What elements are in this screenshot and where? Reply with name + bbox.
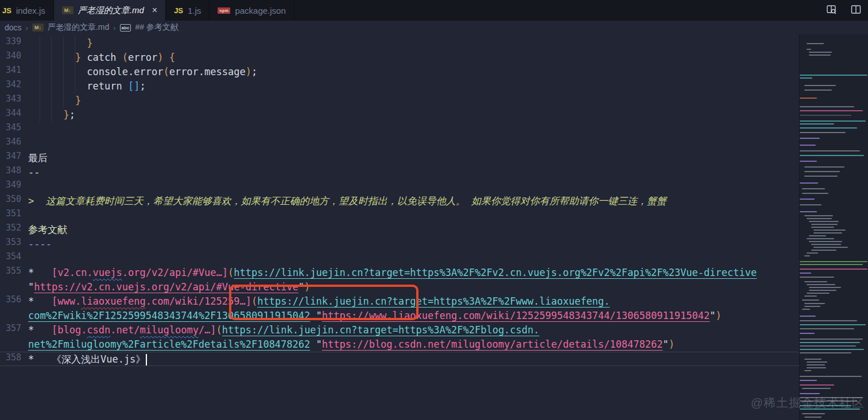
code-link[interactable]: com%2Fwiki%2F1252599548343744%2F13065809…: [28, 310, 310, 321]
minimap-line: [800, 384, 834, 386]
code-token: ----: [28, 238, 52, 250]
code-link[interactable]: https://link.juejin.cn?target=https%3A%2…: [257, 295, 610, 307]
minimap-line: [807, 49, 811, 50]
breadcrumb-item-docs[interactable]: docs: [5, 23, 22, 32]
code-line[interactable]: 347最后: [0, 151, 799, 165]
code-line[interactable]: com%2Fwiki%2F1252599548343744%2F13065809…: [0, 309, 799, 323]
code-line[interactable]: 358* 《深入浅出Vue.js》: [0, 352, 799, 366]
code-line[interactable]: 352参考文献: [0, 223, 799, 237]
code-rows: 339 }340 } catch (error) {341 console.er…: [0, 36, 799, 366]
minimap-line: [802, 300, 819, 301]
tab-bar: JS index.js M↓ 严老湿的文章.md × JS 1.js npm p…: [0, 0, 868, 21]
minimap-line: [800, 98, 817, 99]
code-link[interactable]: https://www.liaoxuefeng.com/wiki/1252599…: [322, 310, 710, 321]
code-line[interactable]: 355* [v2.cn.vuejs.org/v2/api/#Vue…](http…: [0, 266, 799, 280]
code-token: [www.: [52, 295, 81, 307]
tab-article-md[interactable]: M↓ 严老湿的文章.md ×: [54, 0, 166, 21]
tab-index-js[interactable]: JS index.js: [0, 0, 54, 21]
chevron-right-icon: ›: [113, 24, 115, 32]
code-line[interactable]: 340 } catch (error) {: [0, 50, 799, 65]
code-token: }: [87, 37, 92, 49]
code-line[interactable]: 354: [0, 251, 799, 266]
split-editor-icon[interactable]: [848, 2, 863, 17]
line-number: 339: [0, 36, 28, 50]
breadcrumb-item-heading[interactable]: ## 参考文献: [135, 22, 178, 33]
code-line[interactable]: 351: [0, 208, 799, 223]
code-token: error: [128, 52, 157, 63]
code-line[interactable]: "https://v2.cn.vuejs.org/v2/api/#Vue-dir…: [0, 280, 799, 294]
code-token: [28, 109, 63, 120]
code-line[interactable]: 348--: [0, 165, 799, 180]
line-number: [0, 337, 28, 352]
javascript-icon: JS: [174, 6, 183, 15]
line-number: 352: [0, 223, 28, 237]
minimap-line: [804, 306, 820, 307]
code-line[interactable]: 357* [blog.csdn.net/milugloomy/…](https:…: [0, 323, 799, 337]
minimap-line: [800, 199, 815, 200]
minimap-line: [809, 287, 841, 288]
code-text: }: [28, 36, 93, 50]
code-token: /…]: [199, 324, 216, 336]
code-line[interactable]: net%2Fmilugloomy%2Farticle%2Fdetails%2F1…: [0, 337, 799, 352]
line-number: 344: [0, 108, 28, 122]
code-line[interactable]: 356* [www.liaoxuefeng.com/wiki/125259…](…: [0, 294, 799, 309]
minimap-line: [800, 115, 851, 116]
markdown-icon: M↓: [62, 6, 73, 14]
text-cursor: [146, 354, 147, 365]
code-line[interactable]: 341 console.error(error.message);: [0, 65, 799, 79]
code-token: ): [304, 281, 310, 293]
line-number: 347: [0, 151, 28, 165]
line-number: 357: [0, 323, 28, 337]
code-line[interactable]: 345: [0, 122, 799, 137]
tab-label: index.js: [16, 6, 45, 15]
minimap-line: [800, 211, 817, 212]
code-token: .org/v2/api/#Vue…]: [122, 267, 228, 278]
minimap-line: [800, 277, 834, 278]
code-token: ;: [251, 66, 257, 77]
code-line[interactable]: 353----: [0, 237, 799, 251]
tab-package-json[interactable]: npm package.json: [210, 0, 294, 21]
tab-label: 严老湿的文章.md: [78, 5, 144, 16]
code-token: *: [28, 324, 52, 336]
watermark: @稀土掘金技术社区: [751, 395, 865, 411]
code-token: }: [63, 109, 69, 120]
code-text: * [v2.cn.vuejs.org/v2/api/#Vue…](https:/…: [28, 266, 757, 280]
minimap-line: [800, 269, 867, 270]
breadcrumb-item-file[interactable]: 严老湿的文章.md: [48, 22, 109, 33]
line-number: 356: [0, 294, 28, 309]
code-link[interactable]: net%2Fmilugloomy%2Farticle%2Fdetails%2F1…: [28, 339, 310, 350]
code-line[interactable]: 346: [0, 137, 799, 151]
code-line[interactable]: 342 return [];: [0, 79, 799, 94]
code-link[interactable]: https://v2.cn.vuejs.org/v2/api/#Vue-dire…: [34, 281, 299, 293]
minimap-line: [809, 221, 839, 222]
code-link[interactable]: https://blog.csdn.net/milugloomy/article…: [322, 339, 663, 350]
code-token: [28, 95, 75, 106]
minimap-line: [813, 232, 842, 234]
code-line[interactable]: 339 }: [0, 36, 799, 50]
minimap-line: [800, 145, 816, 146]
code-line[interactable]: 344 };: [0, 108, 799, 122]
code-line[interactable]: 350> 这篇文章耗费时间三天，希望大家能够喜欢，如果有不正确的地方，望及时指出…: [0, 194, 799, 208]
code-line[interactable]: 349: [0, 180, 799, 194]
code-link[interactable]: https://link.juejin.cn?target=https%3A%2…: [234, 267, 757, 278]
minimap-line: [807, 252, 818, 254]
line-number: [0, 280, 28, 294]
code-token: * 《深入浅出Vue.js》: [28, 353, 145, 365]
open-preview-side-icon[interactable]: [824, 2, 839, 17]
close-icon[interactable]: ×: [152, 5, 157, 15]
minimap-line: [800, 345, 856, 347]
code-text: --: [28, 165, 40, 180]
minimap-line: [809, 55, 831, 56]
minimap-line: [804, 359, 822, 360]
code-line[interactable]: 343 }: [0, 94, 799, 108]
minimap-line: [800, 261, 867, 262]
code-link[interactable]: https://link.juejin.cn?target=https%3A%2…: [222, 324, 540, 336]
line-number: [0, 309, 28, 323]
line-number: 358: [0, 352, 28, 365]
minimap[interactable]: [799, 34, 868, 420]
code-editor[interactable]: 339 }340 } catch (error) {341 console.er…: [0, 34, 799, 420]
chevron-right-icon: ›: [26, 24, 28, 32]
minimap-line: [807, 43, 824, 44]
minimap-line: [807, 293, 830, 294]
tab-1-js[interactable]: JS 1.js: [166, 0, 210, 21]
